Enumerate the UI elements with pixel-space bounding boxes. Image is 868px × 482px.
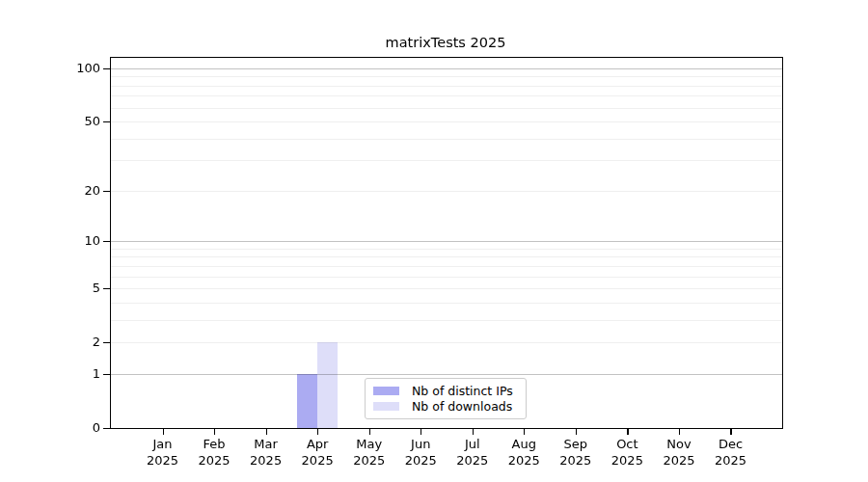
y-tick-mark [103, 68, 110, 69]
gridline-minor [111, 191, 782, 192]
legend-row: Nb of distinct IPs [373, 384, 518, 398]
gridline-minor [111, 266, 782, 267]
gridline-minor [111, 288, 782, 289]
y-tick-mark [103, 288, 110, 289]
x-tick-mark [627, 429, 628, 435]
y-tick-mark [103, 121, 110, 122]
gridline-major [111, 374, 782, 375]
y-tick-mark [103, 241, 110, 242]
gridline-minor [111, 277, 782, 278]
y-tick-label: 20 [0, 183, 100, 199]
x-tick-month: Dec [700, 436, 760, 452]
x-tick-mark [266, 429, 267, 435]
y-tick-mark [103, 191, 110, 192]
y-tick-label: 10 [0, 233, 100, 249]
y-tick-mark [103, 342, 110, 343]
gridline-minor [111, 108, 782, 109]
gridline-minor [111, 95, 782, 96]
legend-label: Nb of downloads [412, 399, 512, 414]
x-tick-mark [420, 429, 421, 435]
y-tick-label: 2 [0, 335, 100, 350]
gridline-minor [111, 256, 782, 257]
gridline-minor [111, 86, 782, 87]
legend-swatch-icon [373, 387, 399, 395]
x-tick-mark [679, 429, 680, 435]
gridline-minor [111, 249, 782, 250]
gridline-minor [111, 320, 782, 321]
y-tick-label: 50 [0, 114, 100, 129]
gridline-minor [111, 121, 782, 122]
gridlines-layer [111, 58, 782, 428]
chart-title: matrixTests 2025 [110, 35, 781, 50]
x-tick-mark [730, 429, 731, 435]
x-tick-mark [163, 429, 164, 435]
y-tick-label: 100 [0, 61, 100, 76]
y-tick-mark [103, 374, 110, 375]
x-tick-mark [524, 429, 525, 435]
y-tick-label: 0 [0, 420, 100, 436]
gridline-major [111, 241, 782, 242]
gridline-minor [111, 76, 782, 77]
y-tick-mark [103, 428, 110, 429]
x-tick-mark [317, 429, 318, 435]
legend-row: Nb of downloads [373, 399, 518, 414]
legend: Nb of distinct IPsNb of downloads [365, 378, 527, 419]
gridline-minor [111, 303, 782, 304]
gridline-minor [111, 139, 782, 140]
y-tick-label: 5 [0, 281, 100, 296]
gridline-major [111, 68, 782, 69]
gridline-minor [111, 160, 782, 161]
chart-figure: matrixTests 2025 0125102050100 Jan2025Fe… [0, 0, 868, 482]
x-tick-label-dec: Dec2025 [700, 436, 760, 469]
x-tick-mark [214, 429, 215, 435]
gridline-minor [111, 342, 782, 343]
x-tick-mark [576, 429, 577, 435]
legend-swatch-icon [373, 402, 399, 411]
plot-area: Nb of distinct IPsNb of downloads [110, 57, 783, 429]
x-tick-mark [473, 429, 474, 435]
legend-label: Nb of distinct IPs [412, 384, 513, 398]
y-tick-label: 1 [0, 366, 100, 382]
x-tick-year: 2025 [700, 452, 760, 469]
x-tick-mark [369, 429, 370, 435]
